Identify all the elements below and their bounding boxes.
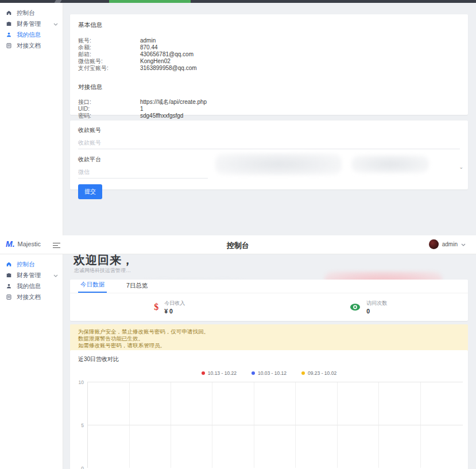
redacted-area [215, 153, 342, 175]
gridline-h [88, 382, 463, 382]
chart-title: 近30日营收对比 [78, 355, 119, 363]
sidebar-item-finance[interactable]: 财务管理 [0, 270, 63, 281]
y-axis-tick: 0 [81, 466, 84, 469]
legend-dot-red [202, 371, 205, 375]
legend-label: 10.03 - 10.12 [258, 370, 287, 376]
dollar-icon: $ [154, 302, 158, 312]
home-icon [6, 261, 12, 268]
stats-row: $ 今日收入 ¥ 0 访问次数 0 [70, 293, 468, 321]
info-row: 余额:870.44 [78, 44, 460, 51]
tab-today-data[interactable]: 今日数据 [78, 281, 107, 293]
chevron-down-icon [53, 22, 58, 26]
chart-card: 近30日营收对比 10.13 - 10.22 10.03 - 10.12 09.… [70, 350, 468, 469]
sidebar-item-docs[interactable]: 对接文档 [0, 40, 63, 51]
document-icon [6, 294, 12, 300]
chart-plot-area: 10 5 0 [87, 382, 462, 468]
field-value: 3163899958@qq.com [140, 65, 197, 72]
briefcase-icon [6, 272, 12, 278]
welcome-title: 欢迎回来， [73, 253, 134, 268]
field-label: 账号: [78, 37, 140, 44]
document-icon [6, 42, 12, 49]
sidebar-item-my-info[interactable]: 我的信息 [0, 29, 63, 40]
sidebar-item-label: 控制台 [17, 261, 58, 269]
redacted-area [351, 155, 429, 173]
home-icon [6, 10, 12, 16]
sidebar-item-label: 对接文档 [17, 42, 58, 50]
field-label: UID: [78, 106, 140, 113]
info-row: 微信账号:KongHen02 [78, 58, 460, 65]
sidebar-item-docs[interactable]: 对接文档 [0, 292, 63, 303]
field-value: sdg45ffhxxfgsfgd [140, 113, 183, 119]
stats-tabs: 今日数据 7日总览 [70, 280, 468, 293]
avatar [429, 239, 439, 249]
sidebar-item-label: 我的信息 [17, 282, 58, 290]
user-menu[interactable]: admin [429, 239, 466, 249]
basic-info-card: 基本信息 账号:admin 余额:870.44 邮箱:430656781@qq.… [70, 14, 468, 115]
notice-line: 如需修改账号密码，请联系管理员。 [78, 342, 460, 349]
field-label: 密码: [78, 113, 140, 119]
tab-7day-overview[interactable]: 7日总览 [124, 282, 150, 293]
y-axis-tick: 5 [81, 423, 84, 428]
field-value: https://域名/api/create.php [140, 99, 207, 106]
field-label: 微信账号: [78, 58, 140, 65]
page: 控制台 财务管理 我的信息 对接文档 基本信息 账号:admin 余额:870.… [0, 0, 476, 469]
sidebar-item-label: 财务管理 [17, 272, 49, 280]
chevron-down-icon [53, 273, 58, 278]
sidebar-item-finance[interactable]: 财务管理 [0, 18, 63, 29]
sidebar-profile: 控制台 财务管理 我的信息 对接文档 [0, 3, 63, 235]
info-row: 密码:sdg45ffhxxfgsfgd [78, 113, 460, 119]
stat-visit-count: 访问次数 0 [269, 293, 469, 321]
sidebar-item-label: 财务管理 [17, 20, 49, 28]
username: admin [442, 241, 458, 247]
stat-today-income: $ 今日收入 ¥ 0 [70, 293, 269, 321]
stats-card: 今日数据 7日总览 $ 今日收入 ¥ 0 [70, 280, 468, 321]
submit-button[interactable]: 提交 [78, 184, 102, 199]
stat-label: 今日收入 [164, 300, 185, 307]
chevron-down-icon [461, 242, 466, 247]
field-value: KongHen02 [140, 58, 171, 65]
sidebar-item-label: 控制台 [17, 9, 58, 17]
legend-item[interactable]: 10.13 - 10.22 [202, 370, 237, 376]
field-value: 430656781@qq.com [140, 51, 194, 58]
stat-value: 0 [366, 308, 387, 315]
field-value: 1 [140, 106, 144, 113]
field-label: 余额: [78, 44, 140, 51]
stat-label: 访问次数 [366, 300, 387, 307]
legend-item[interactable]: 09.23 - 10.02 [301, 370, 336, 376]
legend-dot-yellow [301, 371, 305, 375]
security-notice: 为保障账户安全，禁止修改账号密码，仅可申请找回。 数据泄露警告功能已生效。 如需… [70, 324, 468, 353]
field-value: admin [140, 37, 156, 44]
y-axis-tick: 10 [79, 379, 84, 385]
field-value: 870.44 [140, 44, 158, 51]
payout-account-input[interactable] [78, 137, 460, 149]
info-row: 接口:https://域名/api/create.php [78, 99, 460, 106]
legend-item[interactable]: 10.03 - 10.12 [251, 370, 287, 376]
info-row: UID:1 [78, 106, 460, 113]
profile-page: 控制台 财务管理 我的信息 对接文档 基本信息 账号:admin 余额:870.… [0, 3, 476, 235]
sidebar-item-label: 对接文档 [17, 293, 58, 301]
basic-info-title: 基本信息 [78, 21, 460, 29]
legend-label: 09.23 - 10.02 [308, 370, 336, 376]
field-label: 邮箱: [78, 51, 140, 58]
payout-platform-select[interactable] [78, 166, 208, 179]
gridline-h [88, 425, 463, 425]
user-icon [6, 283, 12, 289]
sidebar-item-console[interactable]: 控制台 [0, 7, 63, 18]
notice-line: 数据泄露警告功能已生效。 [78, 335, 460, 342]
notice-line: 为保障账户安全，禁止修改账号密码，仅可申请找回。 [78, 328, 460, 335]
info-row: 邮箱:430656781@qq.com [78, 51, 460, 58]
user-icon [6, 32, 12, 38]
sidebar-console: 控制台 财务管理 我的信息 对接文档 [0, 254, 63, 469]
sidebar-item-my-info[interactable]: 我的信息 [0, 281, 63, 292]
select-caret-icon: ⌄ [459, 164, 463, 170]
legend-dot-blue [251, 371, 255, 375]
briefcase-icon [6, 21, 12, 27]
page-title: 控制台 [0, 241, 476, 251]
eye-icon [350, 303, 361, 311]
field-label: 接口: [78, 99, 140, 106]
sidebar-item-console[interactable]: 控制台 [0, 259, 63, 270]
welcome-subtitle: 忠诚网络科技运营管理… [74, 267, 131, 274]
api-info-title: 对接信息 [78, 83, 460, 91]
sidebar-item-label: 我的信息 [17, 31, 58, 39]
chart-legend: 10.13 - 10.22 10.03 - 10.12 09.23 - 10.0… [70, 370, 468, 376]
